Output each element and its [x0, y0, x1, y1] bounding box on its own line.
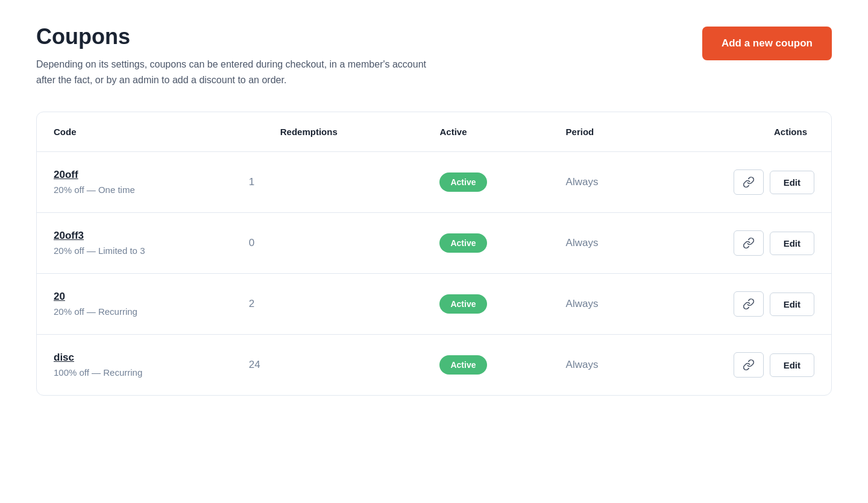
- add-coupon-button[interactable]: Add a new coupon: [702, 27, 832, 60]
- coupon-code-cell: disc 100% off — Recurring: [37, 335, 232, 396]
- table-row: 20off3 20% off — Limited to 3 0 Active A…: [37, 213, 831, 274]
- table-row: 20off 20% off — One time 1 Active Always…: [37, 152, 831, 213]
- period-cell: Always: [549, 335, 652, 396]
- active-badge: Active: [439, 172, 486, 192]
- coupons-table-container: Code Redemptions Active Period Actions 2…: [36, 112, 832, 396]
- page-description: Depending on its settings, coupons can b…: [36, 57, 446, 87]
- actions-cell: Edit: [652, 213, 831, 274]
- table-row: 20 20% off — Recurring 2 Active Always E…: [37, 274, 831, 335]
- edit-button[interactable]: Edit: [770, 171, 814, 194]
- actions-cell: Edit: [652, 274, 831, 335]
- coupon-description: 20% off — Limited to 3: [54, 245, 145, 256]
- redemptions-cell: 24: [232, 335, 423, 396]
- coupon-code-link[interactable]: disc: [54, 352, 215, 364]
- edit-button[interactable]: Edit: [770, 353, 814, 377]
- table-row: disc 100% off — Recurring 24 Active Alwa…: [37, 335, 831, 396]
- col-header-active: Active: [423, 112, 549, 152]
- active-cell: Active: [423, 274, 549, 335]
- edit-button[interactable]: Edit: [770, 232, 814, 255]
- coupons-table: Code Redemptions Active Period Actions 2…: [37, 112, 831, 395]
- actions-group: Edit: [669, 169, 814, 195]
- redemptions-cell: 0: [232, 213, 423, 274]
- link-icon: [743, 359, 755, 371]
- copy-link-button[interactable]: [734, 291, 764, 317]
- coupon-description: 20% off — Recurring: [54, 306, 137, 317]
- coupon-code-link[interactable]: 20: [54, 291, 215, 303]
- active-badge: Active: [439, 294, 486, 314]
- actions-group: Edit: [669, 352, 814, 378]
- redemptions-cell: 1: [232, 152, 423, 213]
- period-cell: Always: [549, 274, 652, 335]
- page-title: Coupons: [36, 24, 446, 49]
- table-header-row: Code Redemptions Active Period Actions: [37, 112, 831, 152]
- coupon-code-cell: 20off3 20% off — Limited to 3: [37, 213, 232, 274]
- link-icon: [743, 298, 755, 310]
- coupon-code-link[interactable]: 20off3: [54, 230, 215, 242]
- coupon-code-cell: 20off 20% off — One time: [37, 152, 232, 213]
- copy-link-button[interactable]: [734, 230, 764, 256]
- page-header-left: Coupons Depending on its settings, coupo…: [36, 24, 446, 87]
- edit-button[interactable]: Edit: [770, 293, 814, 316]
- col-header-code: Code: [37, 112, 232, 152]
- coupon-code-cell: 20 20% off — Recurring: [37, 274, 232, 335]
- coupon-code-link[interactable]: 20off: [54, 169, 215, 181]
- active-cell: Active: [423, 213, 549, 274]
- active-badge: Active: [439, 233, 486, 253]
- copy-link-button[interactable]: [734, 352, 764, 378]
- actions-group: Edit: [669, 291, 814, 317]
- period-cell: Always: [549, 152, 652, 213]
- active-cell: Active: [423, 152, 549, 213]
- copy-link-button[interactable]: [734, 169, 764, 195]
- coupon-description: 100% off — Recurring: [54, 367, 142, 378]
- active-badge: Active: [439, 355, 486, 375]
- link-icon: [743, 237, 755, 249]
- actions-group: Edit: [669, 230, 814, 256]
- actions-cell: Edit: [652, 152, 831, 213]
- coupon-description: 20% off — One time: [54, 185, 135, 195]
- link-icon: [743, 176, 755, 188]
- col-header-period: Period: [549, 112, 652, 152]
- period-cell: Always: [549, 213, 652, 274]
- redemptions-cell: 2: [232, 274, 423, 335]
- col-header-redemptions: Redemptions: [232, 112, 423, 152]
- actions-cell: Edit: [652, 335, 831, 396]
- page-header: Coupons Depending on its settings, coupo…: [36, 24, 832, 87]
- active-cell: Active: [423, 335, 549, 396]
- col-header-actions: Actions: [652, 112, 831, 152]
